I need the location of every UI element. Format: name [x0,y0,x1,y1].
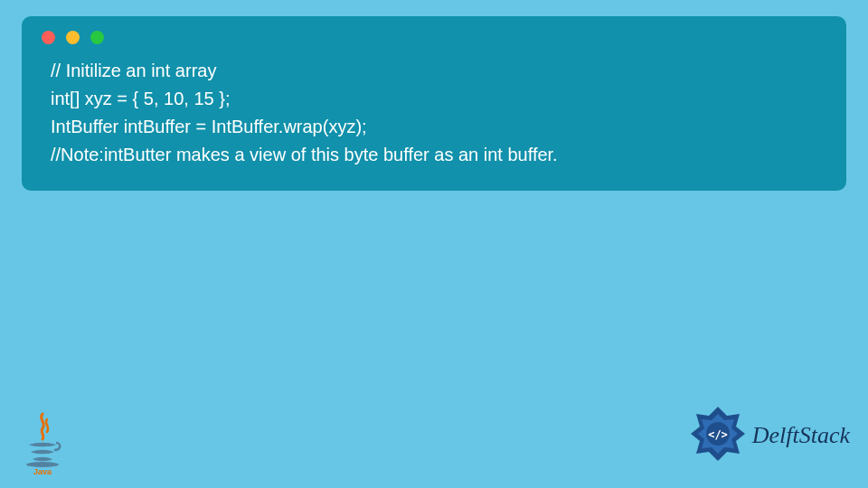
code-line: int[] xyz = { 5, 10, 15 }; [51,89,230,108]
close-icon [42,31,55,44]
code-block: // Initilize an int array int[] xyz = { … [42,57,826,169]
code-card: // Initilize an int array int[] xyz = { … [22,16,846,191]
delftstack-logo-icon: </> [689,405,747,466]
code-line: IntBuffer intBuffer = IntBuffer.wrap(xyz… [51,117,367,136]
java-logo-icon: Java [20,412,65,475]
maximize-icon [90,31,104,44]
minimize-icon [66,31,80,44]
svg-text:</>: </> [708,428,728,441]
code-line: //Note:intButter makes a view of this by… [51,145,558,164]
window-controls [42,31,826,44]
delftstack-brand: </> DelftStack [689,405,850,466]
code-line: // Initilize an int array [51,61,216,80]
brand-name: DelftStack [752,422,850,449]
java-label: Java [33,467,52,475]
